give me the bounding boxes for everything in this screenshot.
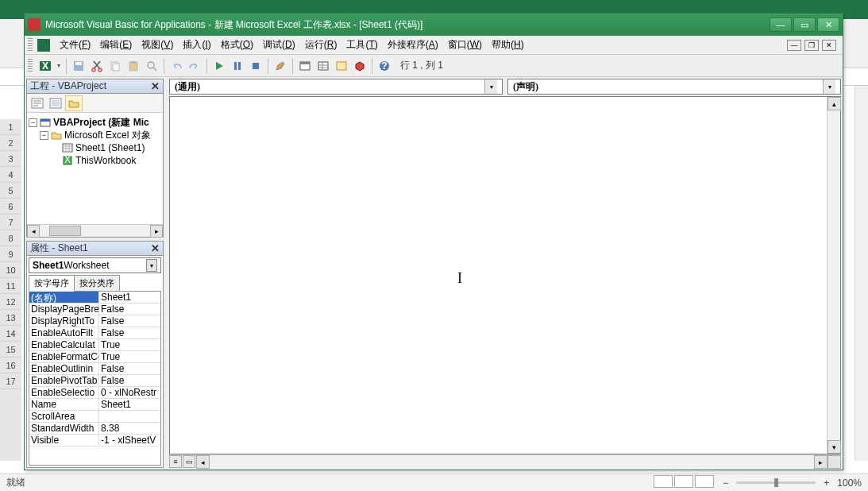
row-header[interactable]: 9 <box>0 246 21 262</box>
property-value[interactable]: Sheet1 <box>99 292 160 303</box>
titlebar[interactable]: Microsoft Visual Basic for Applications … <box>25 14 843 36</box>
menu-a[interactable]: 外接程序(A) <box>383 37 443 53</box>
property-row[interactable]: EnableSelectio0 - xlNoRestr <box>29 387 160 399</box>
row-header[interactable]: 12 <box>0 294 21 310</box>
object-browser-icon[interactable] <box>333 57 350 75</box>
menu-w[interactable]: 窗口(W) <box>443 37 487 53</box>
help-icon[interactable]: ? <box>376 57 393 75</box>
scroll-left-icon[interactable]: ◂ <box>196 455 210 469</box>
row-header[interactable]: 17 <box>0 373 21 389</box>
minimize-button[interactable]: — <box>770 17 792 32</box>
properties-pane-close-icon[interactable]: ✕ <box>151 242 160 254</box>
menu-h[interactable]: 帮助(H) <box>487 37 529 53</box>
mdi-minimize[interactable]: — <box>787 40 801 51</box>
tab-alphabetic[interactable]: 按字母序 <box>29 275 75 292</box>
row-header[interactable]: 4 <box>0 167 21 183</box>
menu-grip[interactable] <box>28 38 33 52</box>
procedure-view-icon[interactable]: ≡ <box>169 455 182 468</box>
property-value[interactable]: False <box>99 375 160 386</box>
properties-object-combo[interactable]: Sheet1 Worksheet ▾ <box>29 257 161 273</box>
property-row[interactable]: ScrollArea <box>29 411 160 423</box>
mdi-close[interactable]: ✕ <box>822 40 836 51</box>
zoom-slider[interactable] <box>736 481 816 484</box>
project-pane-close-icon[interactable]: ✕ <box>151 80 160 92</box>
object-dropdown[interactable]: (通用) ▾ <box>169 79 503 95</box>
property-row[interactable]: StandardWidth8.38 <box>29 423 160 435</box>
property-value[interactable]: True <box>99 351 160 362</box>
row-header[interactable]: 8 <box>0 230 21 246</box>
scroll-down-icon[interactable]: ▾ <box>827 440 841 454</box>
insert-dropdown[interactable]: ▾ <box>55 62 63 69</box>
row-header[interactable]: 3 <box>0 151 21 167</box>
row-header[interactable]: 14 <box>0 326 21 342</box>
project-explorer-icon[interactable] <box>296 57 314 75</box>
scroll-right-icon[interactable]: ▸ <box>814 455 827 469</box>
tree-sheet-label[interactable]: Sheet1 (Sheet1) <box>75 142 145 153</box>
scroll-left-icon[interactable]: ◂ <box>27 225 40 238</box>
design-mode-icon[interactable] <box>272 57 289 75</box>
property-row[interactable]: EnableOutlininFalse <box>29 363 160 375</box>
tree-collapse-icon[interactable]: − <box>40 131 48 140</box>
toolbar-grip[interactable] <box>28 59 33 73</box>
properties-grid[interactable]: (名称)Sheet1DisplayPageBreFalseDisplayRigh… <box>29 292 161 466</box>
combo-dropdown-icon[interactable]: ▾ <box>146 259 157 272</box>
zoom-minus[interactable]: − <box>723 477 728 489</box>
row-header[interactable]: 2 <box>0 135 21 151</box>
row-header[interactable]: 7 <box>0 215 21 230</box>
property-value[interactable]: -1 - xlSheetV <box>99 435 160 446</box>
properties-pane-title[interactable]: 属性 - Sheet1 ✕ <box>27 242 163 256</box>
property-value[interactable]: False <box>99 327 160 338</box>
property-value[interactable]: Sheet1 <box>99 399 160 410</box>
view-mode-icons[interactable] <box>653 475 715 490</box>
menu-t[interactable]: 工具(T) <box>341 37 382 53</box>
view-excel-icon[interactable]: X <box>37 57 54 75</box>
scroll-up-icon[interactable]: ▴ <box>827 97 841 110</box>
menu-o[interactable]: 格式(O) <box>216 37 258 53</box>
break-icon[interactable] <box>229 57 246 75</box>
property-value[interactable]: 8.38 <box>99 423 160 434</box>
menu-v[interactable]: 视图(V) <box>137 37 178 53</box>
view-code-icon[interactable] <box>29 95 46 111</box>
menu-e[interactable]: 编辑(E) <box>95 37 137 53</box>
row-header[interactable]: 15 <box>0 342 21 358</box>
tree-folder-label[interactable]: Microsoft Excel 对象 <box>64 129 151 142</box>
property-value[interactable]: False <box>99 303 160 315</box>
full-module-view-icon[interactable]: ▭ <box>183 455 195 468</box>
property-row[interactable]: NameSheet1 <box>29 399 160 411</box>
scroll-thumb[interactable] <box>49 226 81 236</box>
toolbox-icon[interactable] <box>351 57 368 75</box>
row-header[interactable]: 10 <box>0 262 21 278</box>
menu-f[interactable]: 文件(F) <box>55 37 95 53</box>
row-header[interactable]: 1 <box>0 119 21 135</box>
toggle-folders-icon[interactable] <box>65 95 83 111</box>
menu-i[interactable]: 插入(I) <box>178 37 215 53</box>
mdi-icon[interactable] <box>37 39 50 52</box>
property-value[interactable]: False <box>99 315 160 327</box>
property-row[interactable]: EnableAutoFiltFalse <box>29 327 160 339</box>
view-object-icon[interactable] <box>47 95 64 111</box>
property-row[interactable]: (名称)Sheet1 <box>29 292 160 303</box>
row-header[interactable]: 11 <box>0 278 21 294</box>
tab-categorized[interactable]: 按分类序 <box>74 275 120 291</box>
menu-d[interactable]: 调试(D) <box>258 37 300 53</box>
row-header[interactable]: 6 <box>0 199 21 215</box>
zoom-level[interactable]: 100% <box>837 477 862 489</box>
code-editor[interactable]: I <box>170 97 827 454</box>
dropdown-arrow-icon[interactable]: ▾ <box>823 79 835 94</box>
tree-workbook-label[interactable]: ThisWorkbook <box>75 155 136 166</box>
property-row[interactable]: DisplayPageBreFalse <box>29 303 160 315</box>
excel-scrollbar[interactable] <box>854 86 868 461</box>
property-row[interactable]: EnableFormatCoTrue <box>29 351 160 363</box>
dropdown-arrow-icon[interactable]: ▾ <box>484 79 497 94</box>
menu-r[interactable]: 运行(R) <box>300 37 342 53</box>
tree-collapse-icon[interactable]: − <box>29 118 37 127</box>
properties-window-icon[interactable] <box>314 57 332 75</box>
tree-root-label[interactable]: VBAProject (新建 Mic <box>53 116 149 130</box>
property-row[interactable]: EnablePivotTabFalse <box>29 375 160 387</box>
reset-icon[interactable] <box>247 57 264 75</box>
project-tree[interactable]: − VBAProject (新建 Mic − Microsoft Excel 对… <box>27 113 163 224</box>
property-value[interactable]: True <box>99 339 160 350</box>
mdi-restore[interactable]: ❐ <box>804 40 819 51</box>
property-row[interactable]: EnableCalculatTrue <box>29 339 160 351</box>
close-button[interactable]: ✕ <box>817 17 839 32</box>
